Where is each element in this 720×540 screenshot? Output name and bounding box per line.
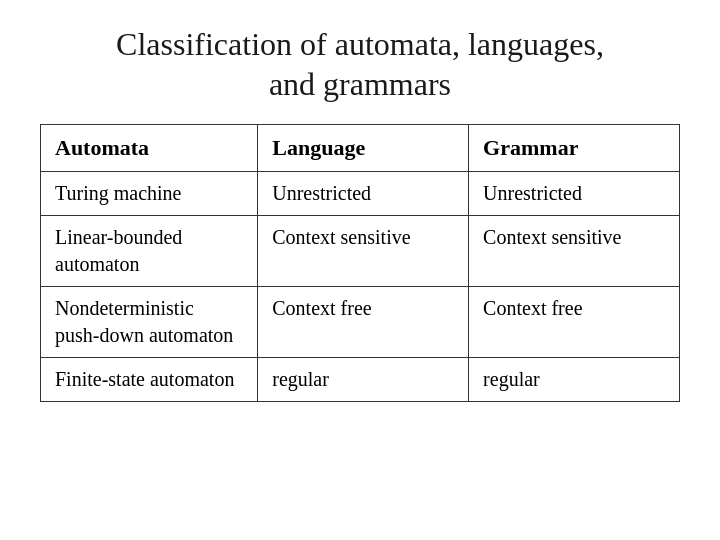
- cell-automata-3: Finite-state automaton: [41, 357, 258, 401]
- cell-grammar-1: Context sensitive: [469, 215, 680, 286]
- table-row: Turing machineUnrestrictedUnrestricted: [41, 171, 680, 215]
- cell-automata-0: Turing machine: [41, 171, 258, 215]
- header-grammar: Grammar: [469, 125, 680, 172]
- table-row: Linear-bounded automatonContext sensitiv…: [41, 215, 680, 286]
- table-row: Finite-state automatonregularregular: [41, 357, 680, 401]
- header-automata: Automata: [41, 125, 258, 172]
- cell-grammar-0: Unrestricted: [469, 171, 680, 215]
- cell-language-1: Context sensitive: [258, 215, 469, 286]
- cell-automata-2: Nondeterministic push-down automaton: [41, 286, 258, 357]
- cell-automata-1: Linear-bounded automaton: [41, 215, 258, 286]
- classification-table: Automata Language Grammar Turing machine…: [40, 124, 680, 402]
- table-row: Nondeterministic push-down automatonCont…: [41, 286, 680, 357]
- header-language: Language: [258, 125, 469, 172]
- cell-grammar-3: regular: [469, 357, 680, 401]
- cell-language-2: Context free: [258, 286, 469, 357]
- cell-grammar-2: Context free: [469, 286, 680, 357]
- page-title: Classification of automata, languages, a…: [116, 24, 604, 104]
- table-header-row: Automata Language Grammar: [41, 125, 680, 172]
- cell-language-0: Unrestricted: [258, 171, 469, 215]
- cell-language-3: regular: [258, 357, 469, 401]
